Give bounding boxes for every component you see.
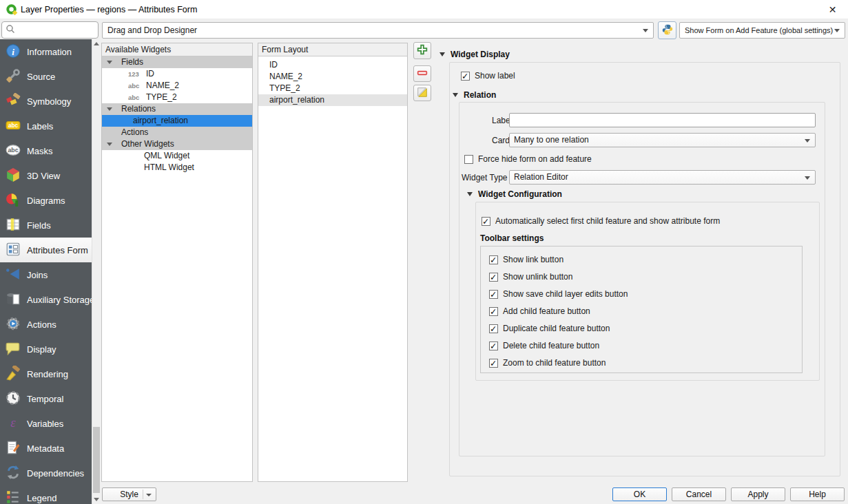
python-init-button[interactable] [658,21,676,39]
add-widget-button[interactable] [413,42,431,59]
force-hide-checkbox[interactable]: Force hide form on add feature [464,154,592,164]
sidebar-item-joins[interactable]: Joins [0,262,92,287]
sidebar-item-dependencies[interactable]: Dependencies [0,461,92,485]
chevron-down-icon [146,494,152,496]
checkbox-checked-icon[interactable] [489,307,498,316]
scrollbar-thumb[interactable] [93,427,100,493]
duplicate-child-feature-checkbox[interactable]: Duplicate child feature button [489,324,610,333]
add-child-feature-checkbox[interactable]: Add child feature button [489,306,590,316]
tree-item-name-2[interactable]: abc NAME_2 [102,80,252,92]
tree-item-type-2[interactable]: abc TYPE_2 [102,92,252,103]
help-button[interactable]: Help [790,487,845,501]
expander-icon[interactable] [107,61,112,64]
collapse-icon [439,52,445,56]
tree-category-other-widgets[interactable]: Other Widgets [102,138,252,150]
tree-item-id[interactable]: 123 ID [102,68,252,80]
dependencies-icon [6,465,21,482]
checkbox-checked-icon[interactable] [489,255,498,264]
tree-item-html-widget[interactable]: HTML Widget [102,162,252,174]
widget-configuration-header[interactable]: Widget Configuration [467,189,562,199]
checkbox-checked-icon[interactable] [489,342,498,350]
label-input[interactable] [510,114,815,127]
tree-item-qml-widget[interactable]: QML Widget [102,150,252,162]
sidebar-item-fields[interactable]: Fields [0,213,92,238]
labels-icon: abc [6,118,21,135]
cardinality-select[interactable]: Many to one relation [509,133,816,147]
scroll-down-arrow[interactable] [92,494,101,504]
sidebar-item-symbology[interactable]: Symbology [0,89,92,114]
widget-settings-panel: Widget Display Show label Relation Label… [434,41,846,482]
sidebar-item-masks[interactable]: abc Masks [0,138,92,163]
expander-icon[interactable] [107,107,112,111]
tree-category-actions[interactable]: Actions [102,127,252,138]
checkbox-checked-icon[interactable] [489,273,498,282]
auto-select-checkbox[interactable]: Automatically select first child feature… [482,216,720,226]
checkbox-checked-icon[interactable] [482,217,490,226]
sidebar-item-legend[interactable]: Legend [0,485,92,504]
label-input-wrap [509,113,816,127]
form-layout-item-type-2[interactable]: TYPE_2 [258,83,407,94]
relation-header[interactable]: Relation [453,90,496,100]
ok-button[interactable]: OK [612,487,667,501]
chevron-down-icon [834,29,840,32]
tree-category-fields[interactable]: Fields [102,56,252,68]
search-box[interactable] [1,21,99,39]
search-icon [6,24,15,36]
show-save-child-edits-checkbox[interactable]: Show save child layer edits button [489,289,628,299]
sidebar-item-3d-view[interactable]: 3D View [0,163,92,188]
widget-display-header[interactable]: Widget Display [439,50,510,59]
widget-display-frame: Show label Relation Label Cardinality Ma… [449,62,840,476]
sidebar-item-auxiliary-storage[interactable]: Auxiliary Storage [0,287,92,312]
remove-widget-button[interactable] [413,65,431,82]
checkbox-checked-icon[interactable] [489,359,498,368]
search-input[interactable] [18,25,90,35]
style-button[interactable]: Style [102,487,156,501]
legend-icon [6,490,21,504]
sidebar-item-information[interactable]: i Information [0,39,92,64]
show-link-button-checkbox[interactable]: Show link button [489,255,563,264]
checkbox-checked-icon[interactable] [489,290,498,299]
sidebar-item-rendering[interactable]: Rendering [0,361,92,386]
relation-frame: Label Cardinality Many to one relation F… [459,102,825,456]
checkbox-checked-icon[interactable] [489,324,498,333]
chevron-down-icon [805,176,810,180]
sidebar-item-display[interactable]: Display [0,337,92,361]
sidebar-item-actions[interactable]: Actions [0,312,92,337]
sidebar-item-labels[interactable]: abc Labels [0,114,92,138]
available-widgets-panel: Available Widgets Fields 123 ID abc NAME… [101,43,253,482]
show-label-checkbox[interactable]: Show label [461,71,515,81]
form-designer-select[interactable]: Drag and Drop Designer [102,22,654,39]
checkbox-checked-icon[interactable] [461,72,470,81]
sidebar-item-temporal[interactable]: Temporal [0,386,92,411]
diagrams-icon [6,192,21,209]
widget-type-select[interactable]: Relation Editor [509,170,816,185]
invert-selection-button[interactable] [413,85,431,101]
collapse-icon [467,192,473,196]
tree-category-relations[interactable]: Relations [102,103,252,115]
tree-item-airport-relation[interactable]: airport_relation [102,115,252,127]
sidebar-item-variables[interactable]: ε Variables [0,411,92,436]
form-layout-item-airport-relation[interactable]: airport_relation [258,94,407,106]
3d-view-icon [6,167,21,185]
form-layout-item-id[interactable]: ID [258,59,407,71]
show-unlink-button-checkbox[interactable]: Show unlink button [489,272,572,282]
sidebar-scrollbar[interactable] [92,39,100,504]
scroll-up-arrow[interactable] [92,39,101,49]
apply-button[interactable]: Apply [731,487,785,501]
svg-text:i: i [12,46,14,56]
sidebar-item-source[interactable]: Source [0,64,92,89]
form-layout-item-name-2[interactable]: NAME_2 [258,71,407,83]
checkbox-unchecked-icon[interactable] [464,155,473,164]
cancel-button[interactable]: Cancel [672,487,726,501]
delete-child-feature-checkbox[interactable]: Delete child feature button [489,341,599,350]
python-icon [661,23,674,38]
zoom-to-child-feature-checkbox[interactable]: Zoom to child feature button [489,358,606,368]
invert-selection-icon [416,86,428,101]
sidebar-item-attributes-form[interactable]: Attributes Form [0,238,92,262]
close-button[interactable]: ✕ [817,0,848,19]
chevron-down-icon [643,29,648,32]
sidebar-item-metadata[interactable]: Metadata [0,436,92,461]
sidebar-item-diagrams[interactable]: Diagrams [0,188,92,213]
form-mode-select[interactable]: Show Form on Add Feature (global setting… [679,22,845,39]
expander-icon[interactable] [107,143,112,146]
